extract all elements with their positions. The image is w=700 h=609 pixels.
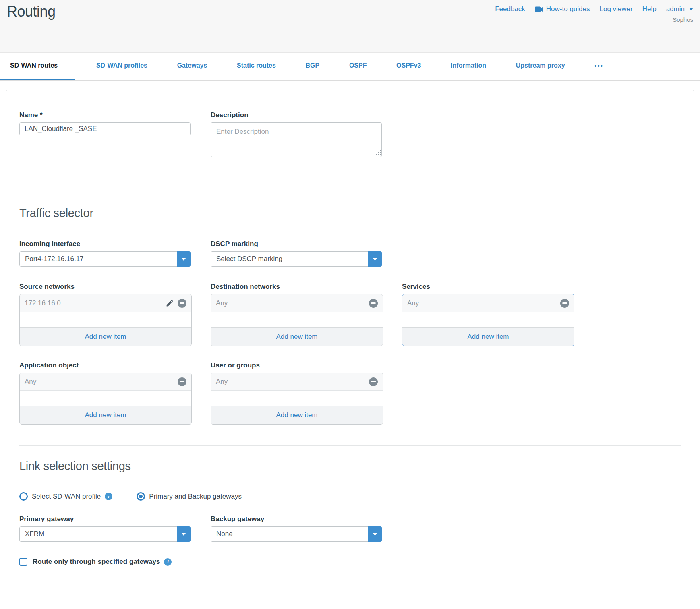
chevron-down-icon — [373, 533, 377, 536]
feedback-link[interactable]: Feedback — [495, 5, 525, 13]
add-new-item-button[interactable]: Add new item — [20, 406, 191, 424]
chevron-down-icon — [689, 8, 693, 10]
tab-static-routes[interactable]: Static routes — [228, 53, 285, 80]
services-label: Services — [402, 283, 574, 291]
backup-gateway-label: Backup gateway — [211, 515, 383, 523]
chevron-down-icon — [181, 258, 186, 261]
tab-sdwan-profiles[interactable]: SD-WAN profiles — [87, 53, 156, 80]
remove-item-button[interactable] — [369, 299, 378, 308]
add-new-item-button[interactable]: Add new item — [211, 327, 383, 346]
remove-item-button[interactable] — [560, 299, 569, 308]
content-panel: Name * Description Traffic selector Inco… — [6, 90, 694, 607]
minus-circle-icon — [178, 299, 186, 308]
minus-circle-icon — [178, 377, 186, 386]
route-only-checkbox[interactable] — [19, 558, 27, 566]
user-groups-label: User or groups — [211, 361, 383, 369]
list-item: Any — [20, 373, 191, 391]
remove-item-button[interactable] — [369, 377, 378, 386]
list-empty-area — [211, 312, 383, 327]
dropdown-button[interactable] — [177, 526, 191, 542]
remove-item-button[interactable] — [178, 299, 186, 308]
section-divider — [19, 191, 681, 191]
tab-ospfv3[interactable]: OSPFv3 — [387, 53, 430, 80]
dropdown-button[interactable] — [368, 526, 382, 542]
remove-item-button[interactable] — [178, 377, 186, 386]
link-selection-heading: Link selection settings — [19, 460, 681, 473]
description-label: Description — [211, 111, 383, 119]
source-networks-listbox: 172.16.16.0 Add new item — [19, 294, 192, 346]
list-item: Any — [211, 373, 383, 391]
tab-gateways[interactable]: Gateways — [168, 53, 216, 80]
name-input[interactable] — [19, 122, 191, 135]
info-icon[interactable]: i — [105, 493, 112, 500]
radio-icon — [19, 492, 28, 501]
list-empty-area — [211, 391, 383, 406]
application-object-label: Application object — [19, 361, 192, 369]
list-item: Any — [211, 294, 383, 312]
destination-networks-listbox: Any Add new item — [211, 294, 383, 346]
description-textarea[interactable] — [211, 122, 382, 157]
backup-gateway-dropdown[interactable]: None — [211, 526, 382, 542]
radio-primary-backup-gateways[interactable]: Primary and Backup gateways — [137, 492, 242, 501]
top-nav: Feedback How-to guides Log viewer Help a… — [495, 5, 693, 13]
primary-gateway-label: Primary gateway — [19, 515, 192, 523]
tab-bgp[interactable]: BGP — [297, 53, 329, 80]
help-link[interactable]: Help — [642, 5, 657, 13]
log-viewer-link[interactable]: Log viewer — [600, 5, 633, 13]
source-networks-label: Source networks — [19, 283, 192, 291]
chevron-down-icon — [373, 258, 377, 261]
dscp-marking-label: DSCP marking — [211, 240, 383, 248]
brand-label: Sophos — [673, 16, 693, 23]
radio-icon — [137, 492, 145, 501]
route-only-label: Route only through specified gateways — [33, 558, 160, 566]
admin-menu-button[interactable]: admin — [666, 5, 693, 13]
application-object-listbox: Any Add new item — [19, 373, 192, 425]
radio-select-sdwan-profile[interactable]: Select SD-WAN profile i — [19, 492, 112, 501]
list-item: 172.16.16.0 — [20, 294, 191, 312]
minus-circle-icon — [369, 377, 378, 386]
tab-bar: SD-WAN routes SD-WAN profiles Gateways S… — [0, 52, 700, 81]
dropdown-button[interactable] — [177, 251, 191, 267]
list-empty-area — [20, 391, 191, 406]
video-camera-icon — [535, 6, 543, 12]
howto-guides-link[interactable]: How-to guides — [535, 5, 590, 13]
section-divider — [19, 445, 681, 446]
list-empty-area — [20, 312, 191, 327]
tabs-more-button[interactable]: ••• — [586, 53, 612, 80]
required-asterisk: * — [40, 111, 43, 119]
chevron-down-icon — [181, 533, 186, 536]
incoming-interface-label: Incoming interface — [19, 240, 192, 248]
services-listbox: Any Add new item — [402, 294, 574, 346]
minus-circle-icon — [369, 299, 378, 308]
add-new-item-button[interactable]: Add new item — [211, 406, 383, 424]
traffic-selector-heading: Traffic selector — [19, 207, 681, 220]
dscp-marking-dropdown[interactable]: Select DSCP marking — [211, 251, 382, 267]
user-groups-listbox: Any Add new item — [211, 373, 383, 425]
edit-pencil-icon[interactable] — [166, 299, 174, 307]
app-header: Routing Feedback How-to guides Log viewe… — [0, 0, 700, 52]
add-new-item-button[interactable]: Add new item — [402, 327, 574, 346]
add-new-item-button[interactable]: Add new item — [20, 327, 191, 346]
destination-networks-label: Destination networks — [211, 283, 383, 291]
info-icon[interactable]: i — [164, 558, 172, 566]
list-empty-area — [402, 312, 574, 327]
tab-ospf[interactable]: OSPF — [340, 53, 376, 80]
tab-upstream-proxy[interactable]: Upstream proxy — [507, 53, 574, 80]
page-title: Routing — [7, 3, 56, 20]
tab-information[interactable]: Information — [442, 53, 495, 80]
primary-gateway-dropdown[interactable]: XFRM — [19, 526, 191, 542]
minus-circle-icon — [560, 299, 569, 308]
dropdown-button[interactable] — [368, 251, 382, 267]
tab-sdwan-routes[interactable]: SD-WAN routes — [0, 53, 75, 80]
incoming-interface-dropdown[interactable]: Port4-172.16.16.17 — [19, 251, 191, 267]
list-item: Any — [402, 294, 574, 312]
name-label: Name * — [19, 111, 192, 119]
